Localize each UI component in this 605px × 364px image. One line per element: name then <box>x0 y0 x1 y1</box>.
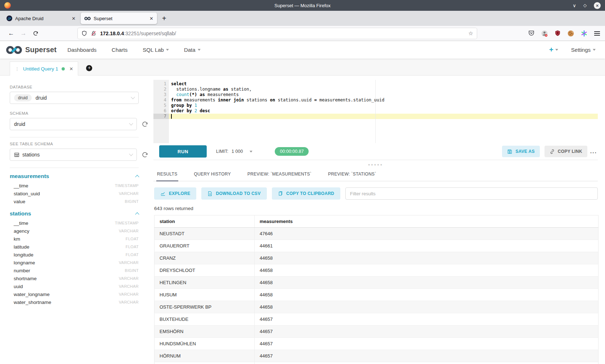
copy-link-button[interactable]: COPY LINK <box>544 146 587 157</box>
column-name: water_shortname <box>14 300 51 305</box>
filter-results-input[interactable] <box>345 187 598 200</box>
south-tab-results[interactable]: RESULTS <box>156 169 178 181</box>
more-options-button[interactable]: ... <box>590 148 597 155</box>
column-header-measurements[interactable]: measurements <box>255 215 599 228</box>
new-tab-button[interactable]: + <box>162 15 166 22</box>
schema-table-name: measurements <box>10 173 49 179</box>
table-cell: 44658 <box>255 289 599 301</box>
refresh-schemas-icon[interactable] <box>142 121 148 128</box>
clipboard-icon <box>278 191 283 196</box>
back-button[interactable]: ← <box>5 30 17 37</box>
browser-tab-apache-druid[interactable]: Apache Druid ✕ <box>3 13 79 24</box>
drag-handle-icon[interactable]: ⋮ <box>15 66 20 72</box>
column-name: longitude <box>14 252 33 258</box>
nav-sql-lab[interactable]: SQL Lab <box>143 47 169 53</box>
column-name: shortname <box>14 276 37 281</box>
menu-hamburger-icon[interactable] <box>594 31 600 36</box>
insecure-lock-icon[interactable] <box>91 31 97 36</box>
forward-button[interactable]: → <box>17 30 30 37</box>
code-line: group by 1 <box>171 103 598 108</box>
browser-url-toolbar: ← → 172.18.0.4:32251/superset/sqllab/ ☆ <box>0 26 605 41</box>
table-cell: NEUSTADT <box>154 228 255 240</box>
add-query-tab-button[interactable]: + <box>86 65 92 71</box>
query-state-dot <box>62 67 65 70</box>
column-type: VARCHAR <box>119 260 139 265</box>
explore-button[interactable]: EXPLORE <box>154 187 196 200</box>
south-tab-preview-stations[interactable]: PREVIEW: `STATIONS` <box>327 169 377 181</box>
window-minimize-icon[interactable]: ∨ <box>573 3 576 8</box>
tab-close-icon[interactable]: ✕ <box>149 16 153 21</box>
limit-dropdown[interactable]: LIMIT: 1 000 <box>216 149 252 154</box>
editor-code[interactable]: select stations.longname as station, cou… <box>169 80 598 143</box>
account-extension-icon[interactable] <box>541 30 548 37</box>
south-tab-query-history[interactable]: QUERY HISTORY <box>193 169 232 181</box>
query-tab-close-icon[interactable]: ✕ <box>70 66 73 72</box>
asterisk-extension-icon[interactable] <box>581 30 588 37</box>
schema-select[interactable]: druid <box>10 118 137 130</box>
chevron-down-icon <box>250 151 252 153</box>
druid-favicon <box>6 15 12 21</box>
superset-brand[interactable]: Superset <box>6 45 57 55</box>
table-row: OSTE-SPERRWERK BP44658 <box>154 301 599 313</box>
save-icon <box>507 149 512 154</box>
chevron-up-icon[interactable] <box>135 212 139 216</box>
nav-dashboards[interactable]: Dashboards <box>67 47 97 53</box>
chevron-down-icon <box>129 152 133 156</box>
url-text: 172.18.0.4:32251/superset/sqllab/ <box>100 31 176 36</box>
pane-splitter[interactable]: ●●●●● <box>153 160 598 169</box>
bookmark-star-icon[interactable]: ☆ <box>469 30 473 37</box>
table-cell: OSTE-SPERRWERK BP <box>154 301 255 313</box>
column-type: VARCHAR <box>119 284 139 288</box>
save-as-button[interactable]: SAVE AS <box>502 146 539 157</box>
column-name: station_uuid <box>14 191 40 196</box>
settings-menu[interactable]: Settings <box>571 47 596 53</box>
nav-charts[interactable]: Charts <box>112 47 127 53</box>
table-cell: HETLINGEN <box>154 277 255 289</box>
table-schema-select[interactable]: stations <box>10 149 137 161</box>
chevron-up-icon[interactable] <box>135 175 139 179</box>
window-close-icon[interactable]: × <box>594 2 601 9</box>
table-row: HUSUM44658 <box>154 289 599 301</box>
schema-table-header[interactable]: stations <box>10 209 139 219</box>
gutter-line-number: 7 <box>153 114 169 119</box>
sql-editor[interactable]: 1234567 select stations.longname as stat… <box>153 80 598 143</box>
download-csv-button[interactable]: DOWNLOAD TO CSV <box>201 187 266 200</box>
south-tab-preview-measurements[interactable]: PREVIEW: `MEASUREMENTS` <box>247 169 312 181</box>
ublock-icon[interactable] <box>554 30 561 37</box>
schema-label: SCHEMA <box>10 111 148 115</box>
run-button[interactable]: RUN <box>159 145 207 158</box>
gutter-line-number: 3 <box>153 92 166 97</box>
schema-column-row: longnameVARCHAR <box>10 259 139 267</box>
schema-table-name: stations <box>10 210 31 217</box>
window-maximize-icon[interactable]: ◇ <box>583 3 587 8</box>
cookie-extension-icon[interactable] <box>567 30 574 37</box>
url-bar[interactable]: 172.18.0.4:32251/superset/sqllab/ ☆ <box>78 28 477 39</box>
column-name: __time <box>14 183 28 188</box>
nav-data[interactable]: Data <box>184 47 201 53</box>
shield-permissions-icon[interactable] <box>81 31 87 36</box>
schema-column-row: __timeTIMESTAMP <box>10 182 139 190</box>
superset-logo-icon <box>6 45 22 55</box>
sqllab-page: ⋮ Untitled Query 1 ✕ + DATABASE druid dr… <box>0 59 605 364</box>
tab-close-icon[interactable]: ✕ <box>72 16 76 21</box>
refresh-tables-icon[interactable] <box>142 151 148 158</box>
table-cell: HUSUM <box>154 289 255 301</box>
copy-to-clipboard-button[interactable]: COPY TO CLIPBOARD <box>272 187 340 200</box>
schema-table-header[interactable]: measurements <box>10 172 139 182</box>
schema-column-row: shortnameVARCHAR <box>10 274 139 282</box>
pocket-icon[interactable] <box>528 30 535 37</box>
editor-gutter: 1234567 <box>153 80 169 143</box>
firefox-logo-icon <box>4 2 11 9</box>
database-select[interactable]: druid druid <box>10 92 139 104</box>
add-new-button[interactable]: + <box>549 46 558 54</box>
reload-button[interactable] <box>30 31 42 36</box>
query-tab-untitled-query-1[interactable]: ⋮ Untitled Query 1 ✕ <box>10 62 78 76</box>
table-schema-label: SEE TABLE SCHEMA <box>10 142 148 146</box>
code-line: count(*) as measurements <box>171 92 598 97</box>
column-header-station[interactable]: station <box>154 215 255 228</box>
rows-returned-text: 643 rows returned <box>154 206 598 211</box>
column-name: longname <box>14 260 35 265</box>
browser-tab-superset[interactable]: Superset ✕ <box>81 13 157 24</box>
tab-title: Superset <box>94 16 147 21</box>
gutter-line-number: 6 <box>153 108 166 114</box>
